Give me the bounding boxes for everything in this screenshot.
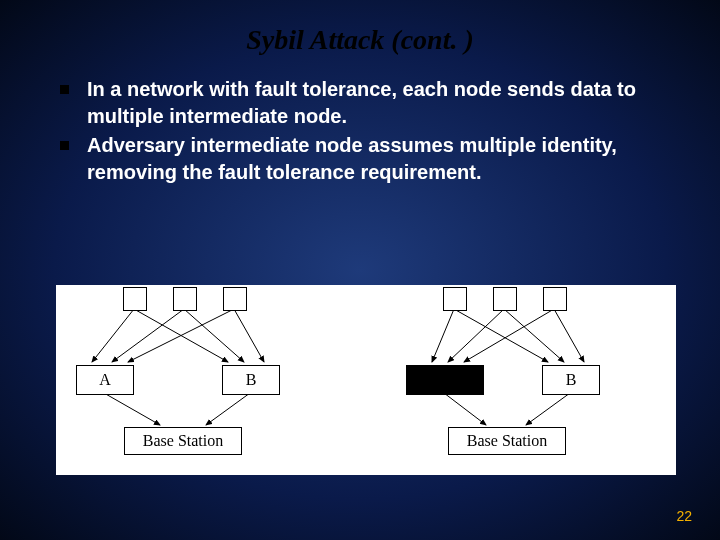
base-station-left: Base Station bbox=[124, 427, 242, 455]
slide-title: Sybil Attack (cont. ) bbox=[0, 0, 720, 56]
svg-line-5 bbox=[234, 309, 264, 362]
bullet-item: In a network with fault tolerance, each … bbox=[60, 76, 680, 130]
bullet-marker-icon bbox=[60, 141, 69, 150]
page-number: 22 bbox=[676, 508, 692, 524]
mid-node-b: B bbox=[222, 365, 280, 395]
mid-node-a: A bbox=[76, 365, 134, 395]
svg-line-11 bbox=[454, 309, 548, 362]
svg-line-4 bbox=[184, 309, 244, 362]
node-box bbox=[493, 287, 517, 311]
svg-line-0 bbox=[92, 309, 134, 362]
bullet-list: In a network with fault tolerance, each … bbox=[0, 56, 720, 186]
svg-line-10 bbox=[464, 309, 554, 362]
node-box bbox=[223, 287, 247, 311]
svg-line-6 bbox=[104, 393, 160, 425]
svg-line-7 bbox=[206, 393, 250, 425]
node-box bbox=[123, 287, 147, 311]
mid-node-adversary bbox=[406, 365, 484, 395]
bullet-marker-icon bbox=[60, 85, 69, 94]
node-box bbox=[543, 287, 567, 311]
svg-line-8 bbox=[432, 309, 454, 362]
bullet-item: Adversary intermediate node assumes mult… bbox=[60, 132, 680, 186]
svg-line-13 bbox=[554, 309, 584, 362]
svg-line-14 bbox=[444, 393, 486, 425]
svg-line-3 bbox=[134, 309, 228, 362]
svg-line-2 bbox=[128, 309, 234, 362]
svg-line-9 bbox=[448, 309, 504, 362]
diagram-figure: A B Base Station B Base Station bbox=[56, 285, 676, 475]
node-box bbox=[443, 287, 467, 311]
bullet-text: In a network with fault tolerance, each … bbox=[87, 76, 680, 130]
svg-line-1 bbox=[112, 309, 184, 362]
bullet-text: Adversary intermediate node assumes mult… bbox=[87, 132, 680, 186]
svg-line-12 bbox=[504, 309, 564, 362]
mid-node-b-right: B bbox=[542, 365, 600, 395]
node-box bbox=[173, 287, 197, 311]
base-station-right: Base Station bbox=[448, 427, 566, 455]
svg-line-15 bbox=[526, 393, 570, 425]
